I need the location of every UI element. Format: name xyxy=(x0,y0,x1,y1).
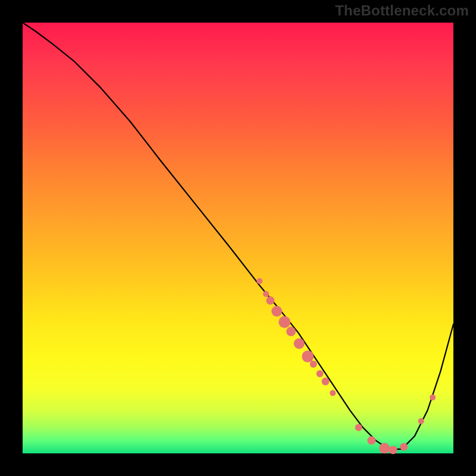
data-dot xyxy=(271,306,282,317)
data-dot xyxy=(330,390,336,396)
data-dot xyxy=(278,316,290,328)
data-dot xyxy=(389,446,397,454)
data-dot xyxy=(418,418,424,424)
data-dot xyxy=(400,443,408,451)
data-dot xyxy=(430,394,436,400)
data-dot xyxy=(294,338,305,349)
data-dot xyxy=(367,436,375,444)
data-dot xyxy=(256,278,262,284)
data-dot xyxy=(322,378,330,386)
data-dot xyxy=(355,424,362,431)
data-dot xyxy=(379,443,390,453)
data-dot xyxy=(302,350,314,362)
data-dot xyxy=(266,296,274,305)
curve-svg xyxy=(23,23,453,453)
data-dots xyxy=(256,278,436,454)
data-dot xyxy=(317,370,324,377)
watermark-text: TheBottleneck.com xyxy=(335,2,469,19)
data-dot xyxy=(263,291,269,297)
bottleneck-curve xyxy=(23,23,453,449)
data-dot xyxy=(310,361,317,368)
plot-area xyxy=(23,23,453,453)
data-dot xyxy=(286,327,296,336)
